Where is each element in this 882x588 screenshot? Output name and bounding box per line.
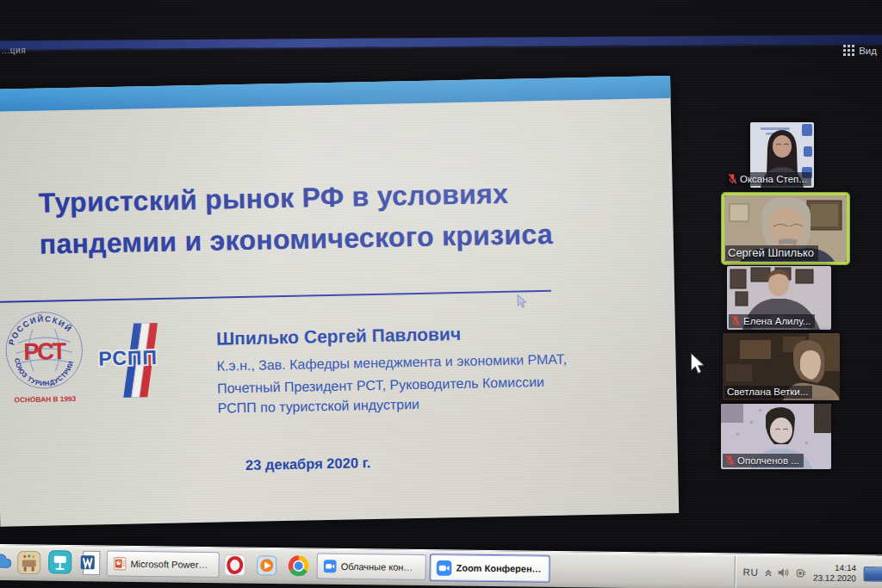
language-indicator[interactable]: RU [743,567,759,578]
rst-abbr: РСТ [23,337,67,365]
taskbar: Microsoft PowerPoint ... Облачные конфер… [0,544,882,588]
cloud-icon[interactable] [0,551,14,573]
participant-name: Сергей Шпилько [728,246,814,259]
view-button-label: Вид [859,46,877,56]
window-titlebar [0,34,882,49]
lectern-app-icon[interactable] [17,550,41,574]
taskbar-button-label: Microsoft PowerPoint ... [130,559,212,570]
mouse-cursor [690,352,706,375]
taskbar-button-zoom-meeting-active[interactable]: Zoom Конференция [430,554,550,583]
show-desktop-button[interactable] [864,566,882,581]
tray-time: 14:14 [813,563,856,574]
participant-name: Елена Алилу... [743,316,811,326]
speaker-name: Шпилько Сергей Павлович [216,321,567,349]
muted-mic-icon [728,173,737,184]
chrome-icon[interactable] [288,554,310,577]
participant-video-svetlana[interactable]: Светлана Ветки... [723,333,840,400]
participant-video-sergey-active-speaker[interactable]: Сергей Шпилько [722,193,849,264]
participant-name-tag: Оксана Степ... [725,172,811,186]
participant-name: Оксана Степ... [740,174,807,184]
muted-mic-icon [731,315,741,326]
taskbar-button-powerpoint[interactable]: Microsoft PowerPoint ... [107,551,220,579]
participant-video-elena[interactable]: Елена Алилу... [727,266,831,330]
slide-date: 23 декабря 2020 г. [245,455,371,473]
keynote-app-icon[interactable] [48,550,72,574]
tray-date: 23.12.2020 [813,573,856,585]
participant-name-tag: Сергей Шпилько [725,245,818,261]
window-title-partial: ...ция [2,46,26,55]
hardware-icon[interactable] [795,566,807,579]
slide-title: Туристский рынок РФ в условиях пандемии … [38,172,553,265]
presentation-slide: Туристский рынок РФ в условиях пандемии … [0,76,679,527]
slide-cursor-arrow [517,294,528,308]
slide-top-accent-bar [0,76,671,112]
rst-logo: РОССИЙСКИЙ СОЮЗ ТУРИНДУСТРИИ РСТ ОСНОВАН… [3,310,85,406]
word-icon[interactable] [80,550,101,575]
photographed-screen: ...ция Вид Туристский рынок РФ в условия… [0,0,882,588]
taskbar-button-zoom-cloud-meetings[interactable]: Облачные конфере... [317,554,426,581]
system-tray: RU 14:14 23.12.2020 [734,555,882,588]
participant-name-tag: Светлана Ветки... [724,386,812,399]
taskbar-button-label: Облачные конфере... [341,561,419,573]
rspp-abbr: РСПП [98,346,158,369]
volume-icon[interactable] [778,566,791,579]
slide-divider-line [0,290,551,303]
participant-name-tag: Ополченов ... [723,454,804,467]
rspp-logo: РСПП [97,320,159,403]
media-player-icon[interactable] [257,555,277,576]
participant-video-oksana[interactable]: Оксана Степ... [750,122,814,188]
participant-video-opolchenov[interactable]: Ополченов ... [721,404,831,469]
participant-name-tag: Елена Алилу... [729,314,815,328]
hidden-icons-chevron-icon[interactable] [763,567,773,578]
participant-name: Светлана Ветки... [727,387,808,397]
speaker-block: Шпилько Сергей Павлович К.э.н., Зав. Каф… [216,321,568,418]
powerpoint-icon [114,556,127,572]
rst-founded-text: ОСНОВАН В 1993 [14,394,76,404]
opera-icon[interactable] [224,554,246,576]
tray-clock[interactable]: 14:14 23.12.2020 [813,563,856,585]
zoom-icon [324,559,337,574]
taskbar-button-label: Zoom Конференция [456,563,543,574]
zoom-icon [437,560,452,576]
gallery-view-grid-icon [843,45,854,56]
view-button[interactable]: Вид [843,45,877,56]
participant-name: Ополченов ... [737,455,799,466]
muted-mic-icon [725,455,735,466]
